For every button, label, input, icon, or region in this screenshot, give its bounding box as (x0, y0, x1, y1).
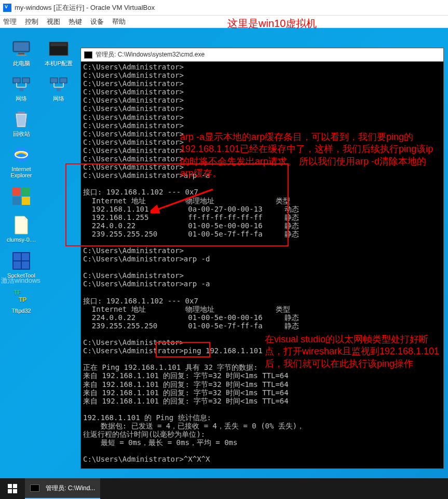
cmd-icon (84, 51, 92, 59)
pc-icon (11, 38, 32, 59)
desktop-icon-sockettool[interactable]: SocketTool (5, 251, 37, 279)
svg-rect-18 (13, 253, 21, 260)
svg-text:TF: TF (13, 289, 21, 296)
network-icon (48, 74, 69, 94)
menu-manage[interactable]: 管理 (3, 17, 17, 26)
guest-desktop[interactable]: 此电脑 网络 回收站 Internet Explorer (0, 28, 448, 499)
svg-rect-27 (60, 78, 67, 83)
svg-rect-4 (13, 78, 20, 83)
svg-rect-5 (22, 78, 30, 83)
recycle-bin-icon (11, 109, 32, 130)
vbox-icon (3, 4, 11, 12)
svg-rect-20 (13, 261, 21, 269)
bat-icon (48, 38, 69, 59)
svg-text:TP: TP (19, 296, 26, 303)
cmd-icon (30, 484, 39, 492)
start-button[interactable] (0, 478, 25, 499)
network-icon (11, 74, 32, 94)
icon-label: 网络 (53, 95, 64, 102)
desktop-icon-clumsy[interactable]: clumsy-0.... (5, 215, 37, 243)
menu-help[interactable]: 帮助 (112, 17, 126, 26)
task-item-label: 管理员: C:\Wind... (46, 484, 95, 493)
cmd-window[interactable]: 管理员: C:\Windows\system32\cmd.exe C:\User… (80, 48, 444, 469)
desktop-icon-tiles[interactable] (5, 186, 37, 207)
svg-rect-14 (22, 187, 30, 196)
svg-rect-19 (22, 253, 29, 260)
svg-rect-10 (18, 112, 25, 114)
icon-label: 网络 (16, 95, 27, 102)
svg-rect-1 (14, 43, 29, 51)
annotation-text-2: 在visual studio的以太网帧类型处打好断点，打开wireshark且监… (265, 334, 441, 370)
desktop-icon-recycle-bin[interactable]: 回收站 (5, 109, 37, 137)
svg-rect-15 (12, 197, 21, 205)
cmd-output[interactable]: C:\Users\Administrator> C:\Users\Adminis… (81, 62, 443, 465)
taskbar-item-cmd[interactable]: 管理员: C:\Wind... (25, 478, 100, 499)
cmd-titlebar[interactable]: 管理员: C:\Windows\system32\cmd.exe (81, 48, 443, 62)
menu-hotkey[interactable]: 热键 (69, 17, 82, 26)
cmd-title-text: 管理员: C:\Windows\system32\cmd.exe (96, 50, 205, 59)
svg-rect-2 (18, 53, 24, 54)
tftp-icon: TFTP (11, 286, 32, 307)
desktop-icons-col1: 此电脑 网络 回收站 Internet Explorer (0, 38, 37, 314)
svg-rect-25 (50, 43, 67, 46)
vbox-menubar: 管理 控制 视图 热键 设备 帮助 (0, 16, 448, 28)
wintile-icon (11, 251, 32, 271)
icon-label: 回收站 (13, 131, 30, 137)
desktop-icon-network2[interactable]: 网络 (43, 74, 75, 102)
desktop-icons-col2: 本机IP配置 网络 (37, 38, 75, 102)
desktop-icon-ie[interactable]: Internet Explorer (5, 144, 37, 178)
taskbar[interactable]: 管理员: C:\Wind... (0, 478, 448, 499)
file-icon (11, 215, 32, 235)
annotation-top: 这里是win10虚拟机 (227, 17, 317, 31)
icon-label: Tftpd32 (11, 308, 31, 314)
svg-rect-31 (57, 88, 61, 91)
menu-view[interactable]: 视图 (47, 17, 60, 26)
vbox-title: my-windows [正在运行] - Oracle VM VirtualBox (15, 3, 155, 12)
svg-rect-26 (50, 78, 58, 83)
icon-label: 此电脑 (13, 60, 30, 66)
svg-rect-16 (22, 197, 30, 205)
svg-rect-3 (16, 54, 26, 56)
windows-logo-icon (8, 484, 17, 493)
tiles-icon (11, 186, 32, 206)
icon-label: clumsy-0.... (7, 237, 36, 243)
annotation-text-1: arp -a显示本地的arp缓存条目，可以看到，我们要ping的192.168.… (180, 131, 440, 180)
ie-icon (11, 144, 32, 165)
menu-control[interactable]: 控制 (25, 17, 38, 26)
icon-label: 本机IP配置 (45, 60, 73, 66)
desktop-icon-this-pc[interactable]: 此电脑 (5, 38, 37, 66)
desktop-icon-tftpd[interactable]: TFTP Tftpd32 (5, 286, 37, 314)
svg-rect-9 (19, 88, 23, 91)
vbox-titlebar: my-windows [正在运行] - Oracle VM VirtualBox (0, 0, 448, 16)
svg-rect-13 (12, 187, 21, 196)
activate-windows-text: 激活windows (1, 276, 40, 285)
icon-label: Internet Explorer (5, 166, 37, 178)
desktop-icon-ipconfig[interactable]: 本机IP配置 (43, 38, 75, 66)
svg-rect-21 (22, 261, 29, 269)
menu-device[interactable]: 设备 (90, 17, 104, 26)
desktop-icon-network[interactable]: 网络 (5, 74, 37, 102)
